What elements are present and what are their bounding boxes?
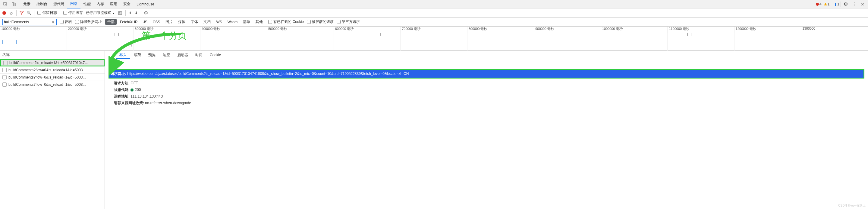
divider <box>16 10 17 16</box>
type-filter-7[interactable]: 文档 <box>201 19 213 25</box>
divider <box>19 1 19 7</box>
network-filter-bar: ⊗ 反转 隐藏数据网址 全部Fetch/XHRJSCSS图片媒体字体文档WSWa… <box>0 18 868 27</box>
method-label: 请求方法: <box>114 81 130 85</box>
detail-tab-3[interactable]: 响应 <box>159 51 174 59</box>
throttling-select[interactable]: 已停用节流模式 <box>86 10 115 16</box>
blocked-cookies-checkbox[interactable]: 有已拦截的 Cookie <box>268 19 304 24</box>
divider <box>34 10 34 16</box>
detail-tab-6[interactable]: Cookie <box>206 51 224 59</box>
console-status[interactable]: 4 1 <box>813 2 832 6</box>
network-main: 名称 buildComments?is_reload=1&id=50031701… <box>0 51 868 209</box>
type-filter-5[interactable]: 媒体 <box>176 19 188 25</box>
download-har-icon[interactable] <box>135 11 138 15</box>
request-row[interactable]: buildComments?flow=0&is_reload=1&id=5003… <box>0 74 104 81</box>
network-toolbar: 保留日志 停用缓存 已停用节流模式 <box>0 8 868 18</box>
status-label: 状态代码: <box>114 87 130 92</box>
request-url-row: 请求网址: https://weibo.com/ajax/statuses/bu… <box>108 69 864 79</box>
info-count[interactable]: 1 <box>835 2 839 6</box>
type-filter-3[interactable]: CSS <box>150 19 163 25</box>
search-icon[interactable] <box>27 11 31 15</box>
error-count[interactable]: 4 <box>816 2 822 6</box>
type-filter-6[interactable]: 字体 <box>188 19 200 25</box>
type-filter-11[interactable]: 其他 <box>253 19 265 25</box>
timeline-tick: 500000 毫秒 <box>267 27 334 33</box>
device-toggle-icon[interactable] <box>10 1 18 8</box>
tab-源代码[interactable]: 源代码 <box>50 0 67 8</box>
chevron-down-icon <box>113 11 115 15</box>
kv-row: 请求方法: GET <box>108 80 864 86</box>
tab-安全[interactable]: 安全 <box>120 0 133 8</box>
status-dot-icon <box>130 88 133 92</box>
upload-har-icon[interactable] <box>129 11 132 15</box>
timeline-tick: 100000 毫秒 <box>0 27 67 33</box>
svg-rect-2 <box>13 3 16 6</box>
type-filter-4[interactable]: 图片 <box>163 19 175 25</box>
clear-icon[interactable] <box>9 11 13 15</box>
timeline-mark <box>380 33 381 36</box>
detail-body: 常规 请求网址: https://weibo.com/ajax/statuses… <box>105 59 868 209</box>
type-filter-0[interactable]: 全部 <box>105 19 117 25</box>
network-conditions-icon[interactable] <box>118 11 122 15</box>
inspect-icon[interactable] <box>2 1 9 8</box>
kv-row: 状态代码: 200 <box>108 86 864 93</box>
request-row[interactable]: buildComments?is_reload=1&id=50031701047… <box>0 59 104 67</box>
divider <box>60 10 60 16</box>
timeline-mark <box>115 33 115 36</box>
timeline-tick: 900000 毫秒 <box>534 27 601 33</box>
type-filter-1[interactable]: Fetch/XHR <box>118 19 140 25</box>
clear-filter-icon[interactable]: ⊗ <box>51 20 55 24</box>
general-section-title[interactable]: 常规 <box>108 61 864 68</box>
request-list-header[interactable]: 名称 <box>0 51 104 59</box>
request-row[interactable]: buildComments?flow=0&is_reload=1&id=5003… <box>0 81 104 88</box>
invert-checkbox[interactable]: 反转 <box>60 19 72 24</box>
type-filter-10[interactable]: 清单 <box>241 19 253 25</box>
method-value: GET <box>130 81 138 85</box>
tab-性能[interactable]: 性能 <box>81 0 94 8</box>
network-settings-icon[interactable] <box>144 10 148 16</box>
referrer-label: 引荐来源网址政策: <box>114 101 144 105</box>
timeline-tick: 800000 毫秒 <box>467 27 534 33</box>
detail-tab-0[interactable]: 标头 <box>116 51 130 59</box>
close-devtools-icon[interactable] <box>859 1 866 8</box>
filter-input[interactable] <box>4 20 51 24</box>
blocked-requests-checkbox[interactable]: 被屏蔽的请求 <box>307 19 334 24</box>
timeline-tick: 400000 毫秒 <box>200 27 267 33</box>
type-filter-2[interactable]: JS <box>141 19 150 25</box>
timeline-overview[interactable]: 100000 毫秒200000 毫秒300000 毫秒400000 毫秒5000… <box>0 27 868 51</box>
tab-元素[interactable]: 元素 <box>20 0 33 8</box>
warning-count[interactable]: 1 <box>824 2 830 6</box>
close-detail-icon[interactable]: × <box>108 55 115 59</box>
detail-tab-4[interactable]: 启动器 <box>174 51 192 59</box>
timeline-mark <box>118 33 119 36</box>
tab-内存[interactable]: 内存 <box>94 0 107 8</box>
detail-tab-5[interactable]: 时间 <box>192 51 206 59</box>
settings-icon[interactable] <box>842 1 849 8</box>
disable-cache-checkbox[interactable]: 停用缓存 <box>63 10 83 16</box>
url-value: https://weibo.com/ajax/statuses/buildCom… <box>127 72 409 76</box>
type-filter-8[interactable]: WS <box>214 19 224 25</box>
detail-tab-1[interactable]: 载荷 <box>130 51 145 59</box>
timeline-tick: 1000000 毫秒 <box>601 27 668 33</box>
tab-网络[interactable]: 网络 <box>67 0 81 8</box>
timeline-tick: 200000 毫秒 <box>67 27 134 33</box>
divider <box>125 10 126 16</box>
timeline-bar <box>16 40 17 44</box>
timeline-mark <box>687 33 688 36</box>
tab-控制台[interactable]: 控制台 <box>33 0 50 8</box>
third-party-checkbox[interactable]: 第三方请求 <box>337 19 360 24</box>
detail-tab-2[interactable]: 预览 <box>145 51 159 59</box>
filter-icon[interactable] <box>20 11 24 15</box>
timeline-mark <box>131 43 132 47</box>
request-detail-panel: × 标头载荷预览响应启动器时间Cookie 常规 请求网址: https://w… <box>105 51 868 209</box>
status-value: 200 <box>135 87 141 92</box>
type-filters: 全部Fetch/XHRJSCSS图片媒体字体文档WSWasm清单其他 <box>105 19 265 25</box>
tab-lighthouse[interactable]: Lighthouse <box>133 0 157 8</box>
preserve-log-checkbox[interactable]: 保留日志 <box>37 10 57 16</box>
tab-应用[interactable]: 应用 <box>107 0 120 8</box>
type-filter-9[interactable]: Wasm <box>225 19 240 25</box>
timeline-tick: 1100000 毫秒 <box>668 27 735 33</box>
more-icon[interactable] <box>850 1 858 8</box>
request-row[interactable]: buildComments?flow=0&is_reload=1&id=5003… <box>0 67 104 74</box>
hide-data-urls-checkbox[interactable]: 隐藏数据网址 <box>75 19 102 24</box>
record-button[interactable] <box>2 11 6 15</box>
